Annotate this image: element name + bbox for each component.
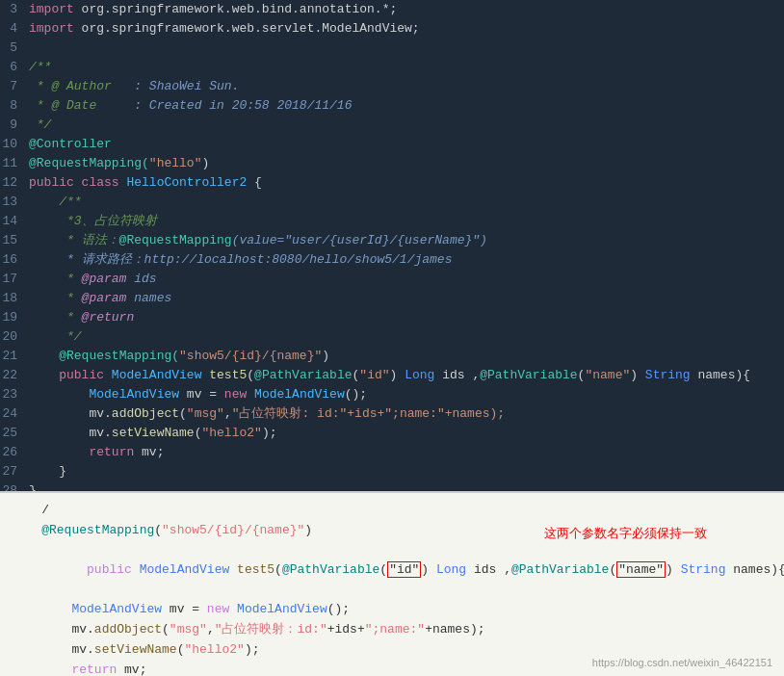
line-content: * @return — [29, 308, 776, 327]
line-content: @Controller — [29, 135, 776, 154]
anno-line-4: ModelAndView mv = new ModelAndView(); — [12, 600, 772, 619]
line-number: 16 — [0, 250, 29, 270]
line-number: 17 — [0, 270, 29, 289]
code-editor: 3 import org.springframework.web.bind.an… — [0, 0, 784, 491]
code-line-10: 10 @Controller — [0, 135, 784, 154]
line-content: * @ Author : ShaoWei Sun. — [29, 77, 776, 96]
line-content: */ — [29, 327, 776, 347]
line-content: return mv; — [29, 443, 776, 462]
code-line-19: 19 * @return — [0, 308, 784, 327]
line-number: 5 — [0, 39, 29, 58]
line-number: 6 — [0, 58, 29, 77]
line-content: /** — [29, 58, 776, 77]
code-line-17: 17 * @param ids — [0, 270, 784, 289]
anno-line-1: / — [12, 501, 772, 520]
annotation-section: / @RequestMapping("show5/{id}/{name}") p… — [0, 491, 784, 676]
line-number: 7 — [0, 77, 29, 96]
anno-text: mv.addObject("msg","占位符映射：id:"+ids+";nam… — [12, 620, 485, 639]
code-line-3: 3 import org.springframework.web.bind.an… — [0, 0, 784, 19]
code-line-20: 20 */ — [0, 327, 784, 347]
line-content: * @param names — [29, 289, 776, 308]
line-number: 18 — [0, 289, 29, 308]
code-line-11: 11 @RequestMapping("hello") — [0, 154, 784, 173]
code-line-5: 5 — [0, 39, 784, 58]
code-line-24: 24 mv.addObject("msg","占位符映射: id:"+ids+"… — [0, 404, 784, 424]
anno-text: return mv; — [12, 661, 146, 676]
line-content: mv.addObject("msg","占位符映射: id:"+ids+";na… — [29, 404, 776, 424]
code-line-7: 7 * @ Author : ShaoWei Sun. — [0, 77, 784, 96]
line-number: 27 — [0, 462, 29, 481]
line-content: import org.springframework.web.servlet.M… — [29, 19, 776, 39]
line-number: 21 — [0, 347, 29, 366]
line-content: * @param ids — [29, 270, 776, 289]
anno-text: public ModelAndView test5(@PathVariable(… — [12, 541, 784, 599]
line-number: 13 — [0, 193, 29, 212]
code-line-8: 8 * @ Date : Created in 20:58 2018/11/16 — [0, 96, 784, 116]
anno-text: / — [12, 501, 49, 520]
line-number: 24 — [0, 404, 29, 424]
code-line-18: 18 * @param names — [0, 289, 784, 308]
line-number: 22 — [0, 366, 29, 385]
line-content: @RequestMapping("hello") — [29, 154, 776, 173]
anno-text: ModelAndView mv = new ModelAndView(); — [12, 600, 350, 619]
line-number: 23 — [0, 385, 29, 404]
line-content: import org.springframework.web.bind.anno… — [29, 0, 776, 19]
line-number: 4 — [0, 19, 29, 39]
line-number: 12 — [0, 173, 29, 193]
anno-text: mv.setViewName("hello2"); — [12, 640, 260, 660]
code-line-25: 25 mv.setViewName("hello2"); — [0, 424, 784, 443]
line-number: 9 — [0, 116, 29, 135]
line-content: /** — [29, 193, 776, 212]
line-content: */ — [29, 116, 776, 135]
line-number: 14 — [0, 212, 29, 231]
line-content: mv.setViewName("hello2"); — [29, 424, 776, 443]
line-number: 3 — [0, 0, 29, 19]
line-content: * 语法：@RequestMapping(value="user/{userId… — [29, 231, 776, 250]
code-line-28: 28 } — [0, 481, 784, 491]
line-content: *3、占位符映射 — [29, 212, 776, 231]
line-content: * @ Date : Created in 20:58 2018/11/16 — [29, 96, 776, 116]
line-number: 10 — [0, 135, 29, 154]
code-line-12: 12 public class HelloController2 { — [0, 173, 784, 193]
code-line-13: 13 /** — [0, 193, 784, 212]
line-number: 8 — [0, 96, 29, 116]
line-number: 15 — [0, 231, 29, 250]
line-number: 28 — [0, 481, 29, 491]
code-line-23: 23 ModelAndView mv = new ModelAndView(); — [0, 385, 784, 404]
anno-text: @RequestMapping("show5/{id}/{name}") — [12, 521, 312, 540]
watermark: https://blog.csdn.net/weixin_46422151 — [592, 657, 772, 668]
line-number: 25 — [0, 424, 29, 443]
line-content: public class HelloController2 { — [29, 173, 776, 193]
line-content: public ModelAndView test5(@PathVariable(… — [29, 366, 776, 385]
line-content: } — [29, 462, 776, 481]
code-line-22: 22 public ModelAndView test5(@PathVariab… — [0, 366, 784, 385]
code-line-9: 9 */ — [0, 116, 784, 135]
code-line-16: 16 * 请求路径：http://localhost:8080/hello/sh… — [0, 250, 784, 270]
line-number: 26 — [0, 443, 29, 462]
code-line-26: 26 return mv; — [0, 443, 784, 462]
line-content: * 请求路径：http://localhost:8080/hello/show5… — [29, 250, 776, 270]
anno-line-3: public ModelAndView test5(@PathVariable(… — [12, 541, 772, 599]
code-line-6: 6 /** — [0, 58, 784, 77]
code-line-27: 27 } — [0, 462, 784, 481]
code-line-15: 15 * 语法：@RequestMapping(value="user/{use… — [0, 231, 784, 250]
line-content: ModelAndView mv = new ModelAndView(); — [29, 385, 776, 404]
code-line-4: 4 import org.springframework.web.servlet… — [0, 19, 784, 39]
code-line-21: 21 @RequestMapping("show5/{id}/{name}") — [0, 347, 784, 366]
line-number: 11 — [0, 154, 29, 173]
anno-line-5: mv.addObject("msg","占位符映射：id:"+ids+";nam… — [12, 620, 772, 639]
arrow-annotation: 这两个参数名字必须保持一致 — [544, 525, 707, 542]
line-content: @RequestMapping("show5/{id}/{name}") — [29, 347, 776, 366]
line-number: 20 — [0, 327, 29, 347]
code-line-14: 14 *3、占位符映射 — [0, 212, 784, 231]
line-content: } — [29, 481, 776, 491]
line-number: 19 — [0, 308, 29, 327]
